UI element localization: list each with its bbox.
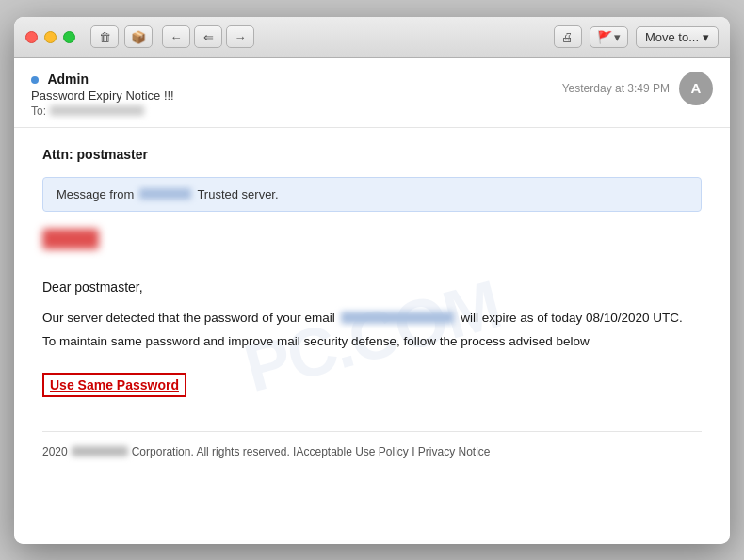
toolbar-icons: 🗑 📦 [90, 25, 153, 48]
move-dropdown-icon: ▾ [703, 30, 709, 44]
to-address-blurred [50, 105, 144, 116]
sender-name: Admin [31, 72, 174, 87]
flag-dropdown-icon: ▾ [614, 30, 621, 44]
close-button[interactable] [25, 31, 38, 43]
move-to-label: Move to... [645, 30, 699, 44]
message-banner: Message from Trusted server. [42, 177, 702, 212]
back-button[interactable]: ← [162, 25, 190, 48]
banner-prefix: Message from [57, 187, 134, 201]
footer-text: 2020 Corporation. All rights reserved. I… [42, 445, 702, 458]
banner-suffix: Trusted server. [197, 187, 278, 201]
sender-avatar: A [679, 72, 713, 105]
timestamp-avatar: Yesterday at 3:49 PM A [562, 72, 713, 105]
back-all-button[interactable]: ⇐ [194, 25, 222, 48]
body-text-1: Our server detected that the password of… [42, 308, 702, 328]
unread-dot [31, 76, 39, 84]
email-body: PC.COM Attn: postmaster Message from Tru… [14, 128, 730, 544]
print-button[interactable]: 🖨 [554, 25, 582, 48]
sender-info: Admin Password Expiry Notice !!! To: [31, 72, 174, 118]
footer-rights: Corporation. All rights reserved. IAccep… [132, 445, 491, 458]
email-header: Admin Password Expiry Notice !!! To: Yes… [14, 58, 730, 128]
email-timestamp: Yesterday at 3:49 PM [562, 82, 670, 95]
trash-button[interactable]: 🗑 [90, 25, 119, 48]
blurred-button [42, 229, 99, 249]
email-address-blurred [341, 312, 454, 324]
email-content: Attn: postmaster Message from Trusted se… [42, 147, 702, 458]
footer-divider [42, 431, 702, 432]
minimize-button[interactable] [44, 31, 57, 43]
mail-window: 🗑 📦 ← ⇐ → 🖨 🚩 ▾ Move to... ▾ [14, 17, 730, 544]
banner-domain-blurred [139, 188, 191, 200]
flag-button[interactable]: 🚩 ▾ [590, 26, 628, 48]
attn-line: Attn: postmaster [42, 147, 702, 162]
move-to-button[interactable]: Move to... ▾ [636, 26, 719, 48]
traffic-lights [25, 31, 75, 43]
maximize-button[interactable] [63, 31, 75, 43]
to-line: To: [31, 104, 174, 118]
flag-icon: 🚩 [597, 30, 612, 44]
footer-company-blurred [72, 446, 128, 456]
titlebar: 🗑 📦 ← ⇐ → 🖨 🚩 ▾ Move to... ▾ [14, 17, 730, 58]
archive-button[interactable]: 📦 [124, 25, 153, 48]
toolbar-right: 🖨 🚩 ▾ Move to... ▾ [554, 25, 719, 48]
dear-line: Dear postmaster, [42, 280, 702, 295]
email-subject: Password Expiry Notice !!! [31, 88, 174, 103]
nav-buttons: ← ⇐ → [162, 25, 254, 48]
forward-button[interactable]: → [226, 25, 254, 48]
footer-year: 2020 [42, 445, 68, 458]
use-same-password-link[interactable]: Use Same Password [42, 373, 186, 397]
body-text-2: To maintain same password and improve ma… [42, 331, 702, 352]
to-label: To: [31, 104, 46, 118]
sender-row: Admin Password Expiry Notice !!! To: Yes… [31, 72, 713, 118]
